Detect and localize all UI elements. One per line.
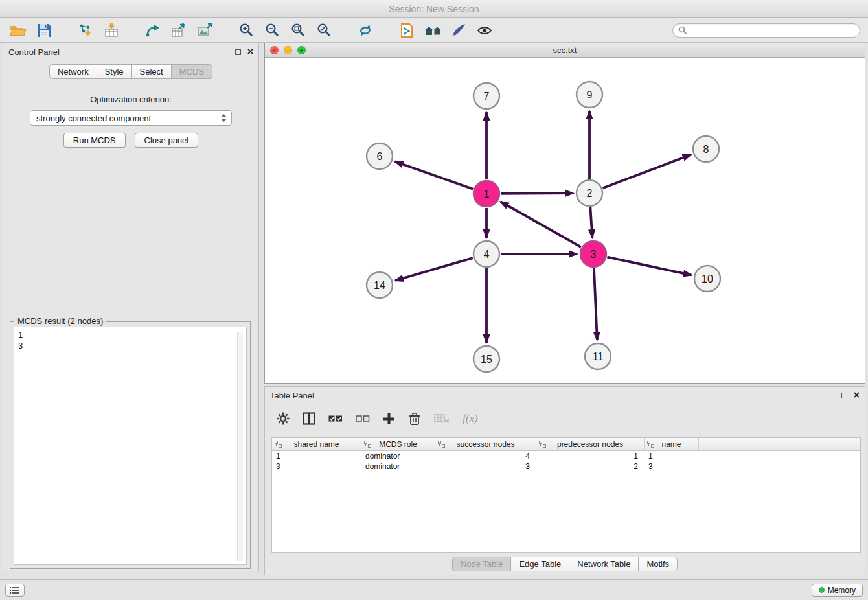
cell-predecessor-nodes[interactable]: 2 [536,461,645,472]
node-15[interactable]: 15 [474,346,499,372]
mac-minimize-icon[interactable]: − [284,46,292,54]
network-canvas[interactable]: 7968124314101511 [265,58,865,383]
clone-network-icon[interactable] [396,21,417,40]
table-panel-title: Table Panel [270,391,314,400]
svg-text:8: 8 [703,144,709,155]
zoom-selected-icon[interactable] [314,21,334,40]
memory-indicator-icon [819,587,825,593]
edge-1-2[interactable] [501,193,573,194]
search-input[interactable] [691,25,854,35]
tab-edge-table[interactable]: Edge Table [510,557,569,571]
run-mcds-button[interactable]: Run MCDS [63,133,126,148]
table-header-row: shared name MCDS role successor nodes pr… [272,438,860,451]
apply-layout-icon[interactable] [355,21,376,40]
eye-icon[interactable] [474,21,495,40]
delete-table-icon [434,413,450,424]
main-toolbar [0,18,868,43]
cell-successor-nodes[interactable]: 3 [435,461,536,472]
search-field[interactable] [672,23,860,38]
save-icon[interactable] [34,21,54,40]
tab-style[interactable]: Style [97,64,132,79]
mac-close-icon[interactable]: × [270,46,279,54]
zoom-out-icon[interactable] [262,21,282,40]
export-table-icon[interactable] [168,21,189,40]
cell-shared-name[interactable]: 1 [272,451,361,461]
table-row[interactable]: 1 dominator 4 1 1 [272,451,860,461]
column-type-icon [539,441,546,450]
column-header-shared-name[interactable]: shared name [272,438,361,450]
unselect-all-columns-icon[interactable] [356,414,370,423]
control-panel-tabs: Network Style Select MCDS [3,64,258,79]
node-6[interactable]: 6 [367,143,393,169]
network-window-titlebar: × − + scc.txt [265,43,865,58]
edge-2-3[interactable] [590,207,592,238]
tab-network[interactable]: Network [49,64,97,79]
tab-select[interactable]: Select [131,64,172,79]
cell-name[interactable]: 3 [645,461,699,472]
cell-predecessor-nodes[interactable]: 1 [536,451,645,461]
close-panel-icon[interactable]: × [247,48,253,56]
node-9[interactable]: 9 [577,82,602,108]
close-panel-button[interactable]: Close panel [135,133,199,148]
table-row[interactable]: 3 dominator 3 2 3 [272,461,860,472]
criterion-dropdown[interactable]: strongly connected component [30,110,232,126]
tab-mcds[interactable]: MCDS [171,64,212,79]
show-columns-icon[interactable] [303,412,315,425]
edge-3-10[interactable] [608,257,692,275]
optimization-criterion-label: Optimization criterion: [3,95,258,104]
edge-1-6[interactable] [395,161,474,189]
application-window: Session: New Session [0,0,868,600]
mac-zoom-icon[interactable]: + [297,46,306,54]
node-14[interactable]: 14 [367,272,393,298]
zoom-fit-icon[interactable] [288,21,308,40]
tab-motifs[interactable]: Motifs [638,557,678,571]
result-scrollbar[interactable] [237,332,243,561]
node-4[interactable]: 4 [474,241,499,267]
column-header-predecessor-nodes[interactable]: predecessor nodes [536,438,645,450]
float-table-panel-icon[interactable] [841,393,847,398]
cell-mcds-role[interactable]: dominator [361,451,435,461]
mcds-result-title: MCDS result (2 nodes) [14,316,106,326]
column-header-name[interactable]: name [645,438,699,450]
svg-text:3: 3 [591,249,597,260]
export-image-icon[interactable] [194,21,215,40]
tab-network-table[interactable]: Network Table [569,557,639,571]
node-3[interactable]: 3 [580,241,606,267]
create-column-icon[interactable] [383,413,395,425]
node-8[interactable]: 8 [693,136,719,162]
edge-4-14[interactable] [395,258,473,281]
edge-3-1[interactable] [501,202,581,247]
node-1[interactable]: 1 [474,181,499,207]
float-panel-icon[interactable] [235,49,241,55]
node-2[interactable]: 2 [577,180,602,206]
node-11[interactable]: 11 [585,343,611,369]
tab-node-table[interactable]: Node Table [452,557,512,571]
memory-button[interactable]: Memory [812,584,863,597]
apply-style-icon[interactable] [448,21,469,40]
close-table-panel-icon[interactable]: × [854,391,860,399]
mcds-result-textarea[interactable]: 1 3 [14,327,247,565]
cell-name[interactable]: 1 [645,451,699,461]
svg-text:14: 14 [374,280,385,291]
export-network-icon[interactable] [143,21,163,40]
table-panel: Table Panel × [264,386,865,575]
delete-column-trash-icon[interactable] [408,412,421,426]
import-table-icon[interactable] [101,21,122,40]
cell-shared-name[interactable]: 3 [272,461,361,472]
column-header-mcds-role[interactable]: MCDS role [361,438,435,450]
column-header-successor-nodes[interactable]: successor nodes [435,438,536,450]
criterion-value: strongly connected component [36,113,151,123]
edge-2-8[interactable] [603,155,691,188]
open-file-icon[interactable] [8,21,29,40]
task-history-button[interactable] [5,584,25,597]
table-settings-gear-icon[interactable] [277,412,290,425]
import-network-icon[interactable] [75,21,96,40]
select-all-columns-icon[interactable] [328,414,343,423]
cell-successor-nodes[interactable]: 4 [435,451,536,461]
first-neighbors-icon[interactable] [422,21,443,40]
zoom-in-icon[interactable] [236,21,257,40]
edge-3-11[interactable] [594,268,597,340]
cell-mcds-role[interactable]: dominator [361,461,435,472]
node-7[interactable]: 7 [474,83,499,109]
node-10[interactable]: 10 [694,266,720,292]
